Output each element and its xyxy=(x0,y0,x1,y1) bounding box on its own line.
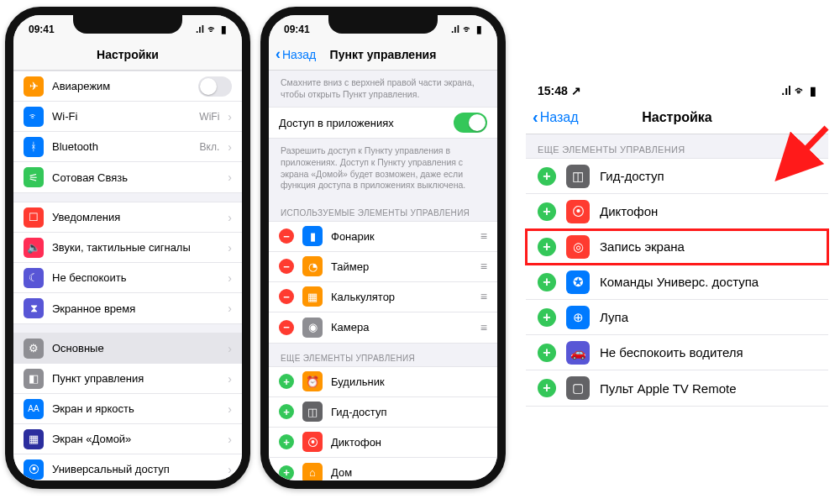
settings-row-bluetooth[interactable]: ᚼBluetoothВкл.› xyxy=(13,132,242,162)
row-label: Основные xyxy=(52,342,219,354)
chevron-right-icon: › xyxy=(228,140,232,154)
section-header: ИСПОЛЬЗУЕМЫЕ ЭЛЕМЕНТЫ УПРАВЛЕНИЯ xyxy=(269,198,497,221)
used-row-timer[interactable]: −◔Таймер≡ xyxy=(269,252,497,282)
add-button[interactable]: + xyxy=(538,202,556,221)
row-label: Уведомления xyxy=(52,211,219,223)
add-button[interactable]: + xyxy=(279,404,294,419)
add-button[interactable]: + xyxy=(279,434,294,449)
add-button[interactable]: + xyxy=(538,238,556,256)
settings-row-airplane[interactable]: ✈Авиарежим xyxy=(13,71,242,102)
notch xyxy=(328,15,438,34)
more-row-appletv[interactable]: +▢Пульт Apple TV Remote xyxy=(526,370,828,406)
remove-button[interactable]: − xyxy=(279,228,294,244)
chevron-right-icon: › xyxy=(228,211,232,224)
row-label: Пульт Apple TV Remote xyxy=(600,381,816,396)
reorder-handle-icon[interactable]: ≡ xyxy=(480,290,487,303)
reorder-handle-icon[interactable]: ≡ xyxy=(480,321,487,334)
timer-icon: ◔ xyxy=(302,256,323,276)
accessibility-icon: ⦿ xyxy=(24,459,44,480)
more-row-magnifier[interactable]: +⊕Лупа xyxy=(526,300,828,335)
chevron-right-icon: › xyxy=(228,271,232,285)
more-row-accesscmd[interactable]: +✪Команды Универс. доступа xyxy=(526,265,828,300)
reorder-handle-icon[interactable]: ≡ xyxy=(480,260,487,273)
page-title: Пункт управления xyxy=(330,48,437,61)
wifi-icon: ᯤ xyxy=(795,84,806,97)
remove-button[interactable]: − xyxy=(279,289,294,304)
navbar: Настройки xyxy=(13,39,242,71)
chevron-left-icon: ‹ xyxy=(533,108,538,127)
status-time: 09:41 xyxy=(29,24,55,35)
reorder-handle-icon[interactable]: ≡ xyxy=(480,229,487,243)
airplane-icon: ✈ xyxy=(24,76,44,97)
more-row-home[interactable]: +⌂Дом xyxy=(269,458,497,480)
row-label: Универсальный доступ xyxy=(52,463,219,475)
add-button[interactable]: + xyxy=(538,344,556,362)
notifications-icon: ☐ xyxy=(24,207,44,228)
row-label: Таймер xyxy=(331,260,472,273)
used-row-flashlight[interactable]: −▮Фонарик≡ xyxy=(269,222,497,252)
settings-row-sounds[interactable]: 🔈Звуки, тактильные сигналы› xyxy=(13,233,242,263)
add-button[interactable]: + xyxy=(538,167,556,186)
more-row-guided[interactable]: +◫Гид-доступ xyxy=(269,397,497,428)
back-button[interactable]: ‹ Назад xyxy=(533,108,579,127)
more-row-guided[interactable]: +◫Гид-доступ xyxy=(526,159,828,194)
airplane-toggle[interactable] xyxy=(198,76,232,97)
used-row-calculator[interactable]: −▦Калькулятор≡ xyxy=(269,282,497,312)
row-label: Диктофон xyxy=(600,204,816,218)
more-row-dnd-drive[interactable]: +🚗Не беспокоить водителя xyxy=(526,335,828,370)
more-row-screenrec[interactable]: +◎Запись экрана xyxy=(526,229,828,265)
row-label: Команды Универс. доступа xyxy=(600,275,816,289)
add-button[interactable]: + xyxy=(279,374,294,389)
remove-button[interactable]: − xyxy=(279,320,294,335)
calculator-icon: ▦ xyxy=(302,286,323,307)
phone-customize-crop: 15:48 ↗ .ıl ᯤ ▮ ‹ Назад Настройка ЕЩЕ ЭЛ… xyxy=(526,76,828,407)
settings-row-homescreen[interactable]: ▦Экран «Домой»› xyxy=(13,424,242,454)
back-label: Назад xyxy=(540,110,579,125)
access-in-apps-row[interactable]: Доступ в приложениях xyxy=(269,108,497,138)
row-label: Сотовая Связь xyxy=(52,171,219,184)
used-row-camera[interactable]: −◉Камера≡ xyxy=(269,312,497,343)
signal-icon: .ıl xyxy=(196,24,204,35)
more-row-voicememo[interactable]: +⦿Диктофон xyxy=(269,428,497,458)
back-button[interactable]: ‹ Назад xyxy=(276,45,316,63)
settings-row-notifications[interactable]: ☐Уведомления› xyxy=(13,202,242,233)
settings-row-cellular[interactable]: ⚟Сотовая Связь› xyxy=(13,162,242,192)
chevron-right-icon: › xyxy=(228,463,232,476)
more-row-voicememo[interactable]: +⦿Диктофон xyxy=(526,194,828,229)
chevron-right-icon: › xyxy=(228,302,232,315)
access-toggle[interactable] xyxy=(454,113,487,133)
dnd-icon: ☾ xyxy=(24,268,44,288)
add-button[interactable]: + xyxy=(279,465,294,480)
accesscmd-icon: ✪ xyxy=(566,270,590,294)
settings-list[interactable]: ✈АвиарежимᯤWi-FiWiFi›ᚼBluetoothВкл.›⚟Сот… xyxy=(13,71,242,480)
row-label: Фонарик xyxy=(331,230,472,243)
row-label: Запись экрана xyxy=(600,239,816,254)
settings-row-wifi[interactable]: ᯤWi-FiWiFi› xyxy=(13,102,242,132)
alarm-icon: ⏰ xyxy=(302,371,323,391)
wifi-icon: ᯤ xyxy=(24,107,44,127)
dnd-drive-icon: 🚗 xyxy=(566,341,590,365)
chevron-right-icon: › xyxy=(228,110,232,123)
back-label: Назад xyxy=(282,48,316,61)
settings-row-general[interactable]: ⚙Основные› xyxy=(13,333,242,364)
row-label: Не беспокоить xyxy=(52,271,219,284)
settings-row-dnd[interactable]: ☾Не беспокоить› xyxy=(13,263,242,293)
appletv-icon: ▢ xyxy=(566,376,590,400)
controlcenter-content[interactable]: Смахните вниз с верхней правой части экр… xyxy=(269,71,497,480)
voicememo-icon: ⦿ xyxy=(566,200,590,223)
section-header: ЕЩЕ ЭЛЕМЕНТЫ УПРАВЛЕНИЯ xyxy=(269,344,497,366)
add-button[interactable]: + xyxy=(538,273,556,291)
add-button[interactable]: + xyxy=(538,379,556,397)
settings-row-display[interactable]: AAЭкран и яркость› xyxy=(13,394,242,424)
chevron-right-icon: › xyxy=(228,402,232,416)
remove-button[interactable]: − xyxy=(279,259,294,274)
add-button[interactable]: + xyxy=(538,308,556,327)
row-value: Вкл. xyxy=(200,141,220,153)
settings-row-screentime[interactable]: ⧗Экранное время› xyxy=(13,293,242,323)
settings-row-accessibility[interactable]: ⦿Универсальный доступ› xyxy=(13,454,242,480)
chevron-right-icon: › xyxy=(228,171,232,184)
more-row-alarm[interactable]: +⏰Будильник xyxy=(269,367,497,397)
signal-icon: .ıl xyxy=(781,84,791,97)
settings-row-controlcenter[interactable]: ◧Пункт управления› xyxy=(13,364,242,394)
row-label: Экранное время xyxy=(52,302,219,315)
